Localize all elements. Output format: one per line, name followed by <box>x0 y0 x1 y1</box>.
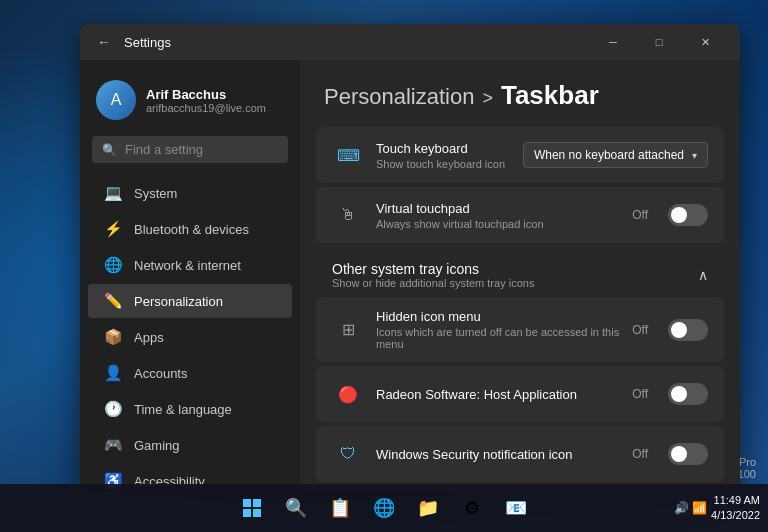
radeon-label: Radeon Software: Host Application <box>376 387 620 402</box>
virtual-touchpad-toggle[interactable] <box>668 204 708 226</box>
settings-section: ⌨ Touch keyboard Show touch keyboard ico… <box>300 127 740 492</box>
breadcrumb-arrow: > <box>482 88 493 109</box>
search-icon: 🔍 <box>102 143 117 157</box>
title-bar: ← Settings ─ □ ✕ <box>80 24 740 60</box>
section-chevron-icon: ∧ <box>698 267 708 283</box>
hidden-icon-icon: ⊞ <box>332 314 364 346</box>
touch-keyboard-setting: ⌨ Touch keyboard Show touch keyboard ico… <box>316 127 724 183</box>
radeon-icon: 🔴 <box>332 378 364 410</box>
systray[interactable]: 🔊 📶 <box>674 501 707 515</box>
avatar: A <box>96 80 136 120</box>
search-input[interactable] <box>125 142 293 157</box>
accounts-icon: 👤 <box>104 364 122 382</box>
hidden-icon-toggle[interactable] <box>668 319 708 341</box>
bluetooth-icon: ⚡ <box>104 220 122 238</box>
system-tray-desc: Show or hide additional system tray icon… <box>332 277 534 289</box>
system-tray-section-header[interactable]: Other system tray icons Show or hide add… <box>316 247 724 297</box>
taskbar-search[interactable]: 🔍 <box>276 488 316 528</box>
windows-security-toggle[interactable] <box>668 443 708 465</box>
radeon-setting: 🔴 Radeon Software: Host Application Off <box>316 366 724 422</box>
taskbar-clock[interactable]: 11:49 AM 4/13/2022 <box>711 493 760 524</box>
windows-security-off-label: Off <box>632 447 648 461</box>
user-profile[interactable]: A Arif Bacchus arifbacchus19@live.com <box>80 72 300 136</box>
virtual-touchpad-setting: 🖱 Virtual touchpad Always show virtual t… <box>316 187 724 243</box>
window-title: Settings <box>124 35 171 50</box>
main-content: Personalization > Taskbar ⌨ Touch keyboa… <box>300 60 740 492</box>
taskbar-right: 🔊 📶 11:49 AM 4/13/2022 <box>674 493 768 524</box>
taskbar-center: 🔍 📋 🌐 📁 ⚙ 📧 <box>232 488 536 528</box>
svg-rect-1 <box>253 499 261 507</box>
radeon-toggle[interactable] <box>668 383 708 405</box>
sidebar: A Arif Bacchus arifbacchus19@live.com 🔍 … <box>80 60 300 492</box>
gaming-icon: 🎮 <box>104 436 122 454</box>
taskbar-explorer[interactable]: 📁 <box>408 488 448 528</box>
sidebar-item-bluetooth[interactable]: ⚡ Bluetooth & devices <box>88 212 292 246</box>
sidebar-item-system[interactable]: 💻 System <box>88 176 292 210</box>
user-email: arifbacchus19@live.com <box>146 102 266 114</box>
settings-window: ← Settings ─ □ ✕ A Arif Bacchus arifbacc… <box>80 24 740 492</box>
touch-keyboard-label: Touch keyboard <box>376 141 511 156</box>
windows-security-label: Windows Security notification icon <box>376 447 620 462</box>
sidebar-item-gaming[interactable]: 🎮 Gaming <box>88 428 292 462</box>
dropdown-arrow-icon: ▾ <box>692 150 697 161</box>
page-title: Taskbar <box>501 80 599 111</box>
window-body: A Arif Bacchus arifbacchus19@live.com 🔍 … <box>80 60 740 492</box>
touch-keyboard-icon: ⌨ <box>332 139 364 171</box>
taskbar-settings[interactable]: ⚙ <box>452 488 492 528</box>
user-name: Arif Bacchus <box>146 87 266 102</box>
search-box[interactable]: 🔍 <box>92 136 288 163</box>
touch-keyboard-desc: Show touch keyboard icon <box>376 158 511 170</box>
taskbar-taskview[interactable]: 📋 <box>320 488 360 528</box>
virtual-touchpad-label: Virtual touchpad <box>376 201 620 216</box>
taskbar: 🔍 📋 🌐 📁 ⚙ 📧 🔊 📶 11:49 AM 4/13/2022 <box>0 484 768 532</box>
svg-rect-0 <box>243 499 251 507</box>
back-button[interactable]: ← <box>92 30 116 54</box>
virtual-touchpad-desc: Always show virtual touchpad icon <box>376 218 620 230</box>
time-icon: 🕐 <box>104 400 122 418</box>
network-icon: 🌐 <box>104 256 122 274</box>
sidebar-item-network[interactable]: 🌐 Network & internet <box>88 248 292 282</box>
virtual-touchpad-off-label: Off <box>632 208 648 222</box>
hidden-icon-desc: Icons which are turned off can be access… <box>376 326 620 350</box>
maximize-button[interactable]: □ <box>636 24 682 60</box>
virtual-touchpad-icon: 🖱 <box>332 199 364 231</box>
close-button[interactable]: ✕ <box>682 24 728 60</box>
windows-security-icon: 🛡 <box>332 438 364 470</box>
sidebar-item-personalization[interactable]: ✏️ Personalization <box>88 284 292 318</box>
taskbar-edge[interactable]: 🌐 <box>364 488 404 528</box>
sidebar-item-apps[interactable]: 📦 Apps <box>88 320 292 354</box>
window-controls: ─ □ ✕ <box>590 24 728 60</box>
taskbar-start[interactable] <box>232 488 272 528</box>
apps-icon: 📦 <box>104 328 122 346</box>
breadcrumb: Personalization <box>324 84 474 110</box>
taskbar-mail[interactable]: 📧 <box>496 488 536 528</box>
hidden-icon-setting: ⊞ Hidden icon menu Icons which are turne… <box>316 297 724 362</box>
page-header: Personalization > Taskbar <box>300 60 740 127</box>
svg-rect-2 <box>243 509 251 517</box>
sidebar-item-time[interactable]: 🕐 Time & language <box>88 392 292 426</box>
system-tray-title: Other system tray icons <box>332 261 534 277</box>
touch-keyboard-dropdown[interactable]: When no keyboard attached ▾ <box>523 142 708 168</box>
minimize-button[interactable]: ─ <box>590 24 636 60</box>
personalization-icon: ✏️ <box>104 292 122 310</box>
hidden-icon-label: Hidden icon menu <box>376 309 620 324</box>
sidebar-item-accounts[interactable]: 👤 Accounts <box>88 356 292 390</box>
windows-security-setting: 🛡 Windows Security notification icon Off <box>316 426 724 482</box>
radeon-off-label: Off <box>632 387 648 401</box>
svg-rect-3 <box>253 509 261 517</box>
system-icon: 💻 <box>104 184 122 202</box>
hidden-icon-off-label: Off <box>632 323 648 337</box>
